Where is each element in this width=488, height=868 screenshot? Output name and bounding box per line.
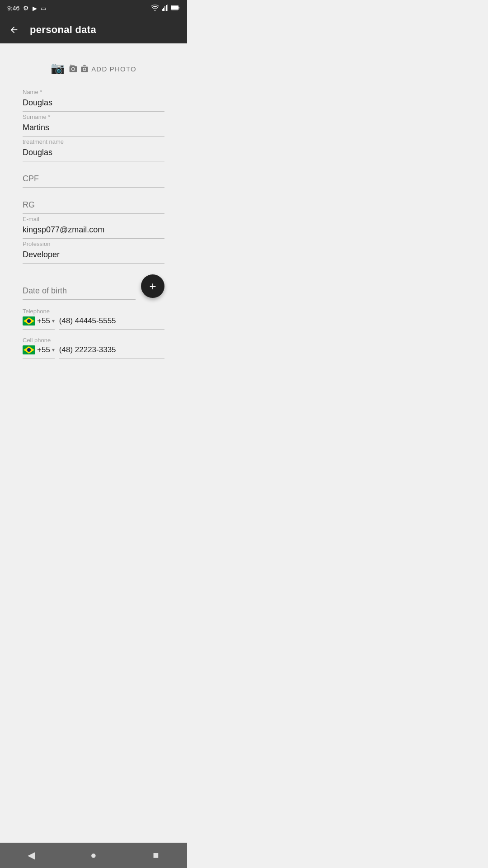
status-bar: 9:46 ⚙ ▶ ▭ <box>0 0 187 16</box>
plus-icon: + <box>149 279 156 293</box>
form-section: Name * Surname * treatment name E-mail <box>0 89 187 274</box>
svg-rect-6 <box>171 6 178 9</box>
treatment-input[interactable] <box>23 146 164 161</box>
email-input[interactable] <box>23 223 164 239</box>
phone-section: Telephone +55 ▾ Cell phone <box>0 308 187 359</box>
dob-field-group <box>23 284 136 300</box>
svg-rect-1 <box>163 8 164 11</box>
surname-field-group: Surname * <box>23 113 164 137</box>
cellphone-dropdown-icon: ▾ <box>52 347 55 353</box>
telephone-dropdown-icon: ▾ <box>52 318 55 324</box>
add-photo-button[interactable]: 📷 + ADD PHOTO <box>0 54 187 89</box>
svg-rect-7 <box>178 7 179 9</box>
battery-icon <box>171 5 180 12</box>
camera-icon <box>80 65 89 73</box>
email-label: E-mail <box>23 216 164 222</box>
email-field-group: E-mail <box>23 216 164 239</box>
cellphone-country-code: +55 <box>37 345 50 354</box>
profession-field-group: Profession <box>23 241 164 264</box>
page-title: personal data <box>30 24 96 36</box>
telephone-country-code: +55 <box>37 316 50 326</box>
dob-input[interactable] <box>23 284 136 300</box>
brazil-flag-icon <box>23 316 35 326</box>
cellphone-country-selector[interactable]: +55 ▾ <box>23 345 55 359</box>
cellphone-input[interactable] <box>59 345 164 359</box>
dob-row: + <box>0 274 187 300</box>
surname-label: Surname * <box>23 113 164 120</box>
cellphone-label: Cell phone <box>23 337 164 344</box>
telephone-country-selector[interactable]: +55 ▾ <box>23 316 55 330</box>
profession-input[interactable] <box>23 248 164 264</box>
add-photo-icon: 📷 <box>51 61 64 76</box>
rg-input[interactable] <box>23 198 164 214</box>
treatment-label: treatment name <box>23 138 164 145</box>
shield-icon: ▶ <box>33 5 37 12</box>
svg-rect-3 <box>166 5 167 11</box>
toolbar: personal data <box>0 16 187 43</box>
status-time: 9:46 <box>7 5 19 12</box>
treatment-field-group: treatment name <box>23 138 164 161</box>
wifi-icon <box>151 5 159 12</box>
telephone-label: Telephone <box>23 308 164 315</box>
svg-point-9 <box>72 68 74 70</box>
svg-rect-0 <box>162 9 163 11</box>
rg-field-group <box>23 198 164 214</box>
telephone-input[interactable] <box>59 316 164 330</box>
camera-plus-icon: + <box>69 64 78 73</box>
cpf-input[interactable] <box>23 172 164 188</box>
fab-add-button[interactable]: + <box>141 274 164 298</box>
name-field-group: Name * <box>23 89 164 112</box>
signal-icon <box>162 5 168 12</box>
svg-rect-2 <box>164 6 165 11</box>
svg-point-11 <box>84 68 86 71</box>
profession-label: Profession <box>23 241 164 247</box>
cellphone-group: Cell phone +55 ▾ <box>23 337 164 359</box>
svg-point-14 <box>27 319 31 323</box>
surname-input[interactable] <box>23 121 164 137</box>
svg-point-17 <box>27 348 31 352</box>
add-photo-label: ADD PHOTO <box>91 65 136 73</box>
settings-icon: ⚙ <box>23 5 29 12</box>
sdcard-icon: ▭ <box>41 5 46 12</box>
cellphone-row: +55 ▾ <box>23 345 164 359</box>
cpf-field-group <box>23 172 164 188</box>
telephone-row: +55 ▾ <box>23 316 164 330</box>
telephone-group: Telephone +55 ▾ <box>23 308 164 330</box>
svg-text:📷: 📷 <box>51 61 64 74</box>
svg-rect-4 <box>167 5 168 11</box>
back-button[interactable] <box>7 23 21 37</box>
content: 📷 + ADD PHOTO Name * <box>0 43 187 411</box>
name-input[interactable] <box>23 96 164 112</box>
brazil-flag-icon-2 <box>23 345 35 354</box>
name-label: Name * <box>23 89 164 95</box>
svg-text:+: + <box>70 64 72 68</box>
